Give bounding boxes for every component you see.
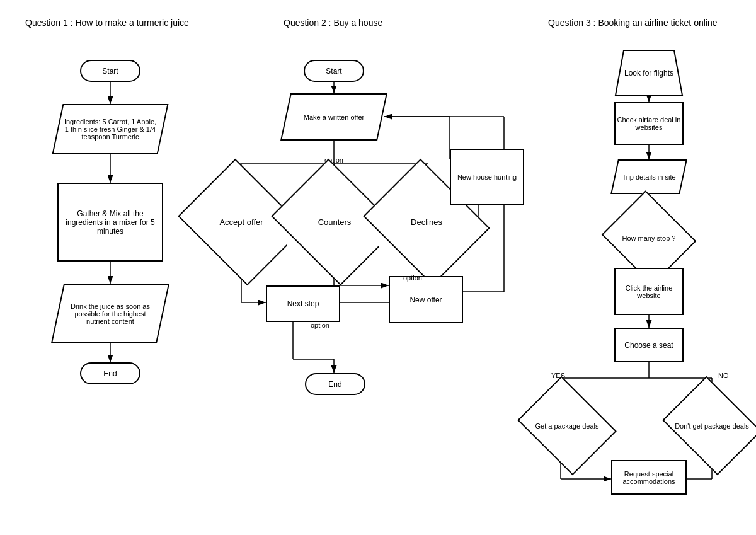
q3-dont-get: Don't get package deals xyxy=(674,396,750,456)
q1-drink: Drink the juice as soon as possible for … xyxy=(57,284,163,343)
q3-trip-details: Trip details in site xyxy=(614,159,684,194)
q1-end: End xyxy=(80,362,140,384)
q3-choose-seat: Choose a seat xyxy=(614,328,684,362)
q3-look-flights: Look for flights xyxy=(614,49,684,96)
q2-option3-label: option xyxy=(311,321,329,329)
q3-title: Question 3 : Booking an airline ticket o… xyxy=(548,18,718,28)
page: Question 1 : How to make a turmeric juic… xyxy=(0,0,756,535)
q2-written-offer: Make a written offer xyxy=(285,93,382,141)
q3-get-package: Get a package deals xyxy=(529,396,605,456)
q2-new-house: New house hunting xyxy=(450,149,524,205)
q1-ingredients: Ingredients: 5 Carrot, 1 Apple, 1 thin s… xyxy=(57,104,163,154)
q2-new-offer: New offer xyxy=(389,276,463,323)
q2-end: End xyxy=(305,373,365,395)
q2-title: Question 2 : Buy a house xyxy=(284,18,382,28)
q3-no-label: NO xyxy=(718,372,729,379)
q3-request: Request special accommodations xyxy=(611,460,687,495)
q2-start: Start xyxy=(304,60,364,82)
q1-title: Question 1 : How to make a turmeric juic… xyxy=(25,18,189,28)
q1-start: Start xyxy=(80,60,140,82)
q3-click-airline: Click the airline website xyxy=(614,268,684,315)
q2-next-step: Next step xyxy=(266,285,340,322)
q1-gather: Gather & Mix all the ingredients in a mi… xyxy=(57,183,163,262)
q3-check-airfare: Check airfare deal in websites xyxy=(614,102,684,145)
q2-counters: Counters xyxy=(287,183,382,262)
q3-how-many-stop: How many stop ? xyxy=(614,208,684,268)
q2-accept: Accept offer xyxy=(193,183,289,262)
q2-option2-label: option xyxy=(403,274,422,282)
